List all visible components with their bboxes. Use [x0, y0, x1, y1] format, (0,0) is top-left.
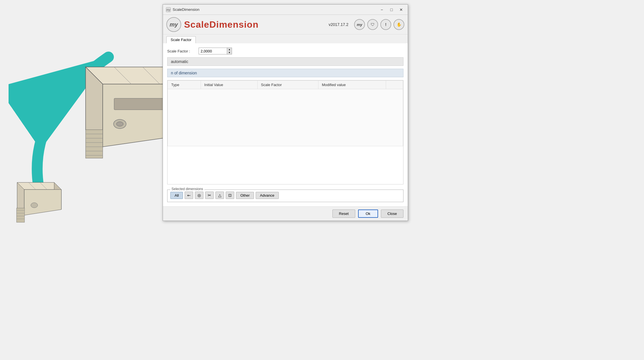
app-title: ScaleDimension [184, 19, 324, 30]
svg-marker-25 [24, 190, 61, 215]
tab-section: Scale Factor [163, 34, 408, 43]
title-bar-text: ScaleDimension [173, 7, 378, 12]
bottom-buttons: Reset Ok Close [163, 206, 408, 221]
svg-rect-29 [17, 208, 25, 222]
dims-toolbar: All ↖ ◎ ✂ △ ⊡ Other Advance [170, 192, 400, 199]
header-info-button[interactable]: ! [380, 19, 391, 30]
scale-factor-row: Scale Factor : ▲ ▼ [167, 48, 403, 54]
shield-icon: 🛡 [371, 22, 375, 27]
col-modified-value: Modified value [318, 81, 386, 89]
reset-button[interactable]: Reset [332, 210, 355, 218]
box-dim-button[interactable]: ⊡ [226, 192, 234, 199]
title-bar-icon: my [166, 7, 171, 12]
header-shield-button[interactable]: 🛡 [367, 19, 378, 30]
table-container: Type Initial Value Scale Factor Modified… [167, 80, 403, 184]
col-type: Type [168, 81, 201, 89]
header-hand-button[interactable]: ✋ [393, 19, 404, 30]
content-area: Scale Factor : ▲ ▼ automatic n of dimens… [163, 43, 408, 206]
box-dim-icon: ⊡ [228, 193, 232, 198]
version-text: v2017.17.2 [329, 22, 348, 27]
close-button[interactable]: ✕ [397, 7, 405, 13]
triangle-dim-button[interactable]: △ [215, 192, 224, 199]
title-bar: my ScaleDimension − □ ✕ [163, 5, 408, 15]
info-icon: ! [385, 22, 387, 27]
automatic-label: automatic [171, 59, 188, 64]
automatic-section-header: automatic [167, 57, 403, 66]
dialog-window: my ScaleDimension − □ ✕ my ScaleDimensio… [163, 4, 408, 221]
minimize-button[interactable]: − [378, 7, 385, 13]
close-dialog-button[interactable]: Close [381, 210, 403, 218]
title-bar-controls: − □ ✕ [378, 7, 405, 13]
col-scale-factor: Scale Factor [257, 81, 318, 89]
my-icon: my [357, 23, 362, 27]
dimension-section-header: n of dimension [167, 69, 403, 77]
header-my-button[interactable]: my [354, 19, 365, 30]
arrow-dim-button[interactable]: ↖ [185, 192, 193, 199]
dimension-label: n of dimension [171, 71, 197, 75]
header-section: my ScaleDimension v2017.17.2 my 🛡 ! ✋ [163, 15, 408, 34]
svg-point-10 [116, 122, 123, 126]
selected-dimensions-box: Selected dimensions All ↖ ◎ ✂ △ ⊡ [167, 190, 403, 202]
selected-dimensions-legend: Selected dimensions [170, 187, 204, 191]
spinner-buttons: ▲ ▼ [227, 48, 232, 54]
ok-button[interactable]: Ok [358, 210, 378, 218]
model-small-3d [9, 168, 80, 225]
col-extra [386, 81, 403, 89]
logo-circle[interactable]: my [166, 17, 181, 32]
data-table: Type Initial Value Scale Factor Modified… [167, 80, 403, 146]
radial-dim-icon: ◎ [197, 193, 201, 198]
radial-dim-button[interactable]: ◎ [195, 192, 203, 199]
angular-dim-button[interactable]: ✂ [205, 192, 214, 199]
svg-text:my: my [166, 8, 170, 11]
scale-factor-input[interactable] [199, 48, 227, 54]
other-button[interactable]: Other [236, 192, 254, 199]
scale-input-wrap: ▲ ▼ [199, 48, 232, 54]
svg-point-28 [31, 203, 38, 208]
advance-button[interactable]: Advance [256, 192, 279, 199]
triangle-dim-icon: △ [218, 193, 221, 198]
col-initial-value: Initial Value [201, 81, 257, 89]
hand-icon: ✋ [397, 22, 401, 27]
all-button[interactable]: All [170, 192, 183, 199]
maximize-button[interactable]: □ [388, 7, 395, 13]
scale-factor-tab[interactable]: Scale Factor [166, 36, 196, 43]
scale-factor-label: Scale Factor : [167, 49, 196, 53]
header-icons: my 🛡 ! ✋ [354, 19, 404, 30]
spinner-up-button[interactable]: ▲ [227, 48, 232, 51]
angular-dim-icon: ✂ [208, 193, 211, 198]
table-empty-body [168, 89, 403, 146]
spinner-down-button[interactable]: ▼ [227, 51, 232, 54]
linear-dim-icon: ↖ [186, 192, 192, 198]
